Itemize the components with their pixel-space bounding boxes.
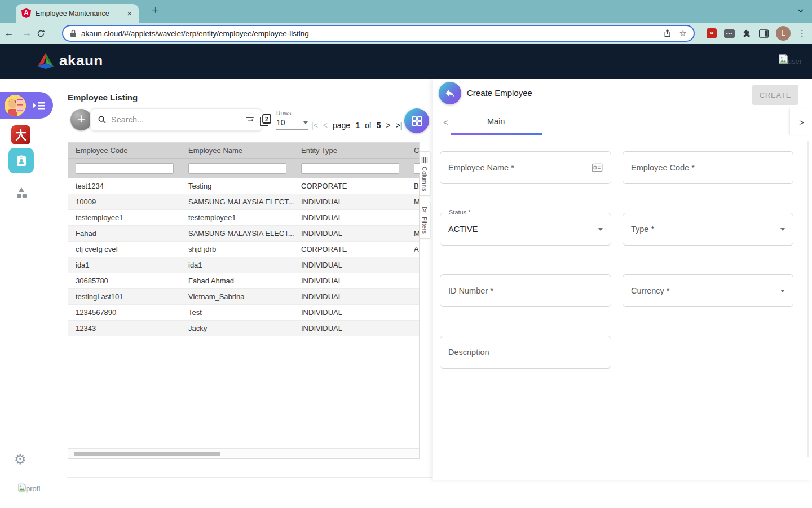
rows-per-page-select[interactable]: Rows 10 — [276, 110, 308, 130]
reload-icon[interactable] — [36, 29, 54, 38]
table-cell: INDIVIDUAL — [294, 213, 407, 222]
forward-icon[interactable]: → — [18, 28, 36, 39]
table-row[interactable]: 12343JackyINDIVIDUAL — [68, 321, 419, 336]
filter-input-employee-name[interactable] — [188, 163, 286, 174]
content-bottom-divider — [67, 477, 432, 478]
extension-red-icon[interactable]: » — [707, 28, 717, 38]
sidebar-active-applet[interactable] — [0, 92, 53, 119]
share-icon[interactable] — [663, 29, 672, 38]
horizontal-scrollbar[interactable] — [68, 448, 419, 458]
add-employee-button[interactable]: + — [70, 109, 92, 130]
browser-profile-avatar[interactable]: L — [776, 26, 791, 41]
contact-card-icon[interactable] — [592, 163, 603, 173]
tab-main[interactable]: Main — [487, 117, 505, 126]
tab-search-chevron-icon[interactable] — [797, 7, 804, 14]
status-field[interactable]: Status * ACTIVE — [440, 213, 611, 246]
grid-view-button[interactable] — [404, 108, 429, 133]
panel-title: Create Employee — [467, 88, 532, 98]
tab-columns[interactable]: Columns — [420, 151, 430, 196]
table-cell: Fahad — [68, 229, 181, 238]
table-cell: testemployee1 — [68, 213, 181, 222]
filter-input-employee-code[interactable] — [76, 163, 174, 174]
multi-page-icon[interactable]: 2 — [258, 113, 273, 128]
url-text: akaun.cloud/#/applets/wavelet/erp/entity… — [81, 29, 663, 38]
employee-code-label: Employee Code * — [631, 163, 785, 172]
table-row[interactable]: 1234567890TestINDIVIDUAL — [68, 305, 419, 321]
app-navbar: akaun user — [0, 44, 812, 79]
currency-label: Currency * — [631, 286, 780, 295]
settings-gear-icon[interactable]: ⚙ — [14, 452, 27, 467]
column-header[interactable]: Employee Name — [181, 146, 294, 155]
last-page-icon[interactable]: >| — [396, 121, 403, 130]
sidebar-item-red-applet[interactable] — [11, 125, 30, 144]
table-row[interactable]: test1234TestingCORPORATEBO — [68, 178, 419, 194]
scrollbar-thumb[interactable] — [74, 452, 220, 456]
table-row[interactable]: testemployee1testemployee1INDIVIDUAL — [68, 210, 419, 226]
next-page-icon[interactable]: > — [386, 121, 390, 130]
tab-filters[interactable]: Filters — [420, 202, 430, 239]
tab-close-icon[interactable]: × — [126, 8, 133, 18]
pagination: |< < page 1 of 5 > >| — [311, 121, 402, 130]
filter-input-entity-type[interactable] — [301, 163, 399, 174]
currency-field[interactable]: Currency * — [623, 274, 793, 307]
browser-tab[interactable]: A Employee Maintenance × — [16, 4, 139, 23]
sidebar-item-employee-applet[interactable] — [8, 148, 34, 173]
filter-list-icon[interactable] — [245, 116, 255, 124]
description-field[interactable]: Description — [440, 336, 611, 369]
profile-broken-image[interactable]: profi — [17, 483, 40, 493]
side-panel-icon[interactable] — [759, 29, 769, 38]
search-icon — [98, 115, 107, 124]
rows-caret-icon — [303, 121, 308, 124]
panel-tab-bar: < Main > — [433, 108, 812, 135]
prev-page-icon[interactable]: < — [323, 121, 328, 130]
tab-scroll-left-icon[interactable]: < — [443, 117, 448, 127]
table-cell: cfj cvefg cvef — [68, 245, 181, 253]
indent-menu-icon[interactable] — [32, 99, 46, 112]
table-row[interactable]: 30685780Fahad AhmadINDIVIDUAL — [68, 273, 419, 289]
table-cell: INDIVIDUAL — [294, 292, 407, 301]
panel-scrollbar-track[interactable] — [807, 141, 809, 457]
tab-scroll-right[interactable]: > — [789, 108, 812, 135]
column-header[interactable]: Cu — [407, 146, 419, 155]
user-avatar-broken[interactable]: user — [777, 53, 802, 65]
employee-name-field[interactable]: Employee Name * — [440, 151, 611, 184]
sidebar-item-shapes[interactable] — [15, 186, 28, 200]
column-header[interactable]: Employee Code — [68, 146, 181, 155]
bookmark-star-icon[interactable]: ☆ — [679, 28, 687, 38]
first-page-icon[interactable]: |< — [311, 121, 318, 130]
browser-menu-icon[interactable]: ⋮ — [798, 28, 806, 38]
extensions-puzzle-icon[interactable] — [742, 29, 752, 38]
table-cell: BO — [407, 182, 419, 190]
table-row[interactable]: testingLast101Vietnam_SabrinaINDIVIDUAL — [68, 289, 419, 305]
create-button[interactable]: CREATE — [752, 85, 798, 105]
lock-icon — [70, 29, 77, 37]
table-row[interactable]: FahadSAMSUNG MALAYSIA ELECT...INDIVIDUAL… — [68, 226, 419, 242]
search-box[interactable] — [90, 108, 262, 131]
url-bar[interactable]: akaun.cloud/#/applets/wavelet/erp/entity… — [62, 25, 695, 42]
extension-gray-icon[interactable]: ••• — [724, 29, 735, 38]
table-cell: test1234 — [68, 182, 181, 190]
reply-arrow-icon — [444, 87, 456, 99]
type-field[interactable]: Type * — [623, 213, 793, 246]
new-tab-button[interactable]: + — [148, 3, 162, 17]
tab-filters-label: Filters — [421, 217, 428, 234]
table-cell: INDIVIDUAL — [294, 261, 407, 269]
angular-favicon-icon: A — [21, 8, 31, 18]
red-applet-icon — [14, 128, 28, 142]
page-title: Employee Listing — [68, 93, 138, 102]
browser-tab-bar: A Employee Maintenance × + — [0, 0, 812, 23]
table-filter-row — [68, 158, 419, 178]
table-cell: INDIVIDUAL — [294, 308, 407, 317]
back-icon[interactable]: ← — [0, 28, 18, 39]
back-button[interactable] — [439, 82, 461, 104]
table-row[interactable]: ida1ida1INDIVIDUAL — [68, 257, 419, 273]
search-input[interactable] — [111, 115, 245, 124]
table-row[interactable]: 10009SAMSUNG MALAYSIA ELECT...INDIVIDUAL… — [68, 194, 419, 210]
table-row[interactable]: cfj cvefg cvefshjd jdrbCORPORATEAC — [68, 242, 419, 257]
table-cell: M — [407, 198, 419, 206]
id-number-field[interactable]: ID Number * — [440, 274, 611, 307]
table-cell: ida1 — [181, 261, 294, 269]
employee-code-field[interactable]: Employee Code * — [623, 151, 793, 184]
akaun-logo-icon — [36, 52, 55, 69]
column-header[interactable]: Entity Type — [294, 146, 407, 155]
